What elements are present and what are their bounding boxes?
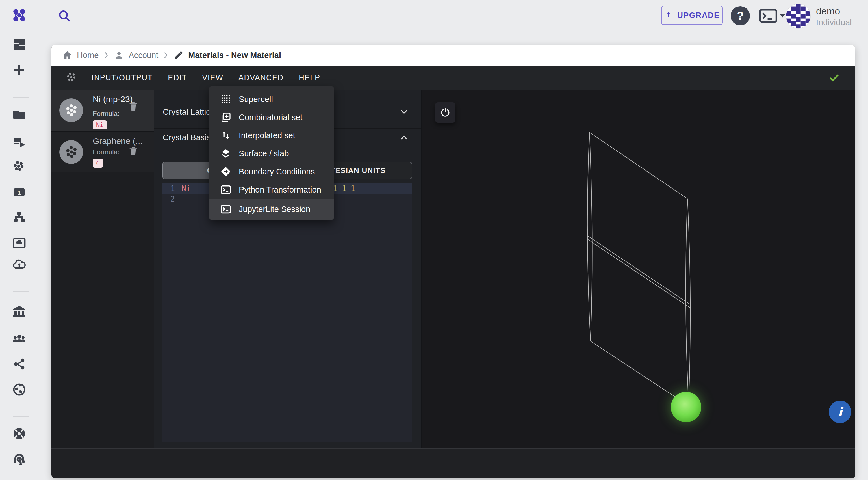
collapse-basis-icon[interactable] (399, 132, 409, 143)
menu-item-jupyterlite-session[interactable]: JupyterLite Session (209, 199, 334, 220)
expand-lattice-icon[interactable] (399, 106, 409, 117)
user-plan: Individual (816, 18, 852, 27)
menu-item-label: Boundary Conditions (239, 167, 315, 176)
designer-window: Home Account Materials - New Material IN… (52, 45, 855, 478)
sidebar-divider (13, 97, 29, 97)
menu-item-label: Interpolated set (239, 131, 295, 140)
delete-material-icon[interactable] (128, 100, 139, 113)
cloud-upload-icon (12, 258, 26, 271)
material-atoms-icon (66, 71, 78, 84)
upload-icon (664, 11, 673, 20)
account-icon (114, 50, 124, 60)
menu-item-interpolated-set[interactable]: Interpolated set (209, 126, 334, 145)
sidebar-item-teams[interactable] (10, 330, 28, 348)
swap-vert-icon (220, 129, 232, 142)
menu-item-label: Python Transformation (239, 185, 321, 194)
question-mark-icon: ? (737, 10, 744, 22)
sidebar-item-support[interactable] (10, 450, 28, 468)
menu-input-output[interactable]: INPUT/OUTPUT (92, 73, 153, 82)
sidebar-item-share[interactable] (10, 355, 28, 373)
sidebar-divider (13, 416, 29, 417)
upgrade-button[interactable]: UPGRADE (661, 6, 723, 25)
menu-item-boundary-conditions[interactable]: Boundary Conditions (209, 162, 334, 181)
terminal-icon (760, 9, 777, 23)
menu-item-label: JupyterLite Session (239, 205, 310, 214)
material-item-selected[interactable]: Ni (mp-23) Formula: Ni (52, 90, 154, 132)
menu-advanced[interactable]: ADVANCED (239, 73, 283, 82)
user-avatar[interactable] (786, 4, 810, 28)
menu-item-label: Supercell (239, 95, 273, 104)
sidebar-item-public[interactable] (10, 381, 28, 398)
boundary-arrow-icon (220, 166, 232, 178)
user-name: demo (816, 6, 840, 17)
atom-sphere (671, 392, 701, 422)
menu-item-combinatorial-set[interactable]: Combinatorial set (209, 108, 334, 126)
advanced-dropdown-menu: Supercell Combinatorial set Interpolated… (209, 86, 334, 220)
svg-text:1: 1 (18, 189, 21, 196)
edit-pencil-icon (174, 50, 184, 60)
formula-chip: Ni (93, 120, 107, 129)
sidebar-item-entity-bank[interactable]: 1 (10, 183, 28, 201)
menu-item-surface-slab[interactable]: Surface / slab (209, 145, 334, 162)
workflow-tree-icon (12, 210, 26, 224)
terminal-icon (220, 203, 232, 215)
breadcrumb: Home Account Materials - New Material (52, 45, 855, 66)
basis-code-editor[interactable]: 1 Ni ( 1 1 1 2 (162, 183, 412, 442)
sidebar-item-help-center[interactable] (10, 425, 28, 443)
search-icon[interactable] (57, 8, 72, 24)
sidebar-item-jobs[interactable] (10, 133, 28, 151)
home-icon (62, 50, 72, 60)
app-logo-icon[interactable] (11, 7, 27, 23)
menu-item-python-transformation[interactable]: Python Transformation (209, 181, 334, 199)
sidebar-item-create[interactable] (10, 61, 28, 79)
sidebar-item-workflows[interactable] (10, 208, 28, 226)
crystal-lattice-header[interactable]: Crystal Lattice (163, 108, 215, 117)
terminal-icon (220, 183, 232, 196)
delete-material-icon[interactable] (128, 145, 139, 157)
headset-support-icon (12, 452, 26, 466)
sidebar-item-media[interactable] (10, 234, 28, 252)
breadcrumb-account[interactable]: Account (129, 51, 158, 60)
filter-1-icon: 1 (12, 185, 26, 199)
material-item[interactable]: Graphene (... Formula: C (52, 132, 154, 173)
folder-icon (12, 108, 26, 122)
menu-help[interactable]: HELP (299, 73, 320, 82)
material-thumbnail (59, 98, 83, 122)
sidebar-divider (13, 291, 29, 292)
sidebar-item-cloud-upload[interactable] (10, 256, 28, 274)
viewer-3d[interactable]: i (422, 90, 855, 448)
sidebar-item-materials[interactable] (10, 158, 28, 176)
dashboard-icon (12, 38, 26, 51)
breadcrumb-home[interactable]: Home (77, 51, 99, 60)
chevron-right-icon (103, 52, 110, 58)
sidebar-item-dashboard[interactable] (10, 35, 28, 54)
material-thumbnail (59, 140, 83, 164)
menu-item-label: Combinatorial set (239, 113, 303, 122)
viewer-info-button[interactable]: i (829, 400, 851, 423)
menu-item-supercell[interactable]: Supercell (209, 90, 334, 108)
crystal-basis-header[interactable]: Crystal Basis (163, 133, 211, 142)
supercell-grid-icon (220, 93, 232, 106)
constraint-token: 1 1 1 (333, 184, 355, 193)
designer-menubar: INPUT/OUTPUT EDIT VIEW ADVANCED HELP (52, 66, 855, 90)
line-number: 1 (166, 184, 175, 193)
save-check-icon[interactable] (828, 72, 840, 84)
sidebar-item-organization[interactable] (10, 302, 28, 321)
menu-item-label: Surface / slab (239, 149, 289, 158)
info-icon: i (837, 404, 842, 420)
material-name[interactable]: Graphene (... (93, 136, 143, 146)
playlist-play-icon (12, 135, 26, 149)
globe-icon (12, 383, 26, 396)
identicon (786, 4, 810, 28)
chevron-right-icon (163, 52, 169, 58)
menu-view[interactable]: VIEW (202, 73, 223, 82)
plus-icon (12, 63, 26, 77)
sidebar-item-projects[interactable] (10, 106, 28, 124)
help-button[interactable]: ? (731, 6, 750, 25)
menu-edit[interactable]: EDIT (168, 73, 187, 82)
materials-list: Ni (mp-23) Formula: Ni Graphene (... For… (52, 90, 154, 448)
designer-content: Ni (mp-23) Formula: Ni Graphene (... For… (52, 90, 855, 448)
remote-image-icon (12, 236, 26, 250)
breadcrumb-current: Materials - New Material (188, 51, 281, 60)
people-icon (12, 332, 26, 346)
